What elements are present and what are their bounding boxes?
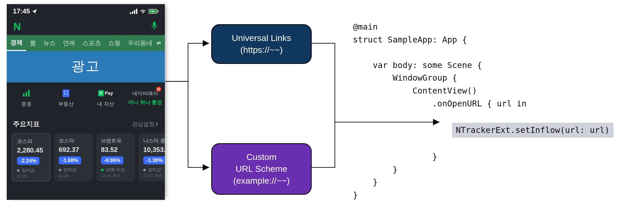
code-line: } (353, 165, 397, 174)
card-kosdaq[interactable]: 코스닥 692.37 -1.68% 장마감 12.28 (54, 133, 93, 181)
svg-rect-3 (136, 9, 137, 14)
quick-links-row: 증권 부동산 N Pay 내 자산 N 네이버페이 머니 하나 (7, 82, 165, 113)
svg-rect-10 (26, 92, 27, 97)
wifi-icon (140, 9, 146, 14)
index-change: -0.96% (101, 156, 123, 164)
index-value: 10,353.2 (143, 146, 165, 154)
code-line: @main (353, 22, 378, 32)
index-time: 12.27. 현지 (143, 173, 165, 178)
tabs-swap-button[interactable] (152, 35, 165, 51)
quick-myassets[interactable]: N Pay 내 자산 (86, 89, 126, 107)
universal-links-title: Universal Links (232, 32, 291, 44)
custom-url-scheme-box: Custom URL Scheme (example://~~) (211, 143, 312, 195)
building-icon (63, 89, 69, 97)
npay-badge: N (98, 90, 104, 96)
tab-entertainment[interactable]: 연예 (59, 39, 79, 47)
status-time: 17:45 (13, 7, 37, 15)
code-line: ContentView() (353, 86, 477, 96)
svg-rect-9 (23, 94, 24, 97)
index-name: 코스닥 (59, 137, 88, 144)
phone-screenshot: 17:45 N 경제 뿜 뉴스 연예 스포츠 쇼핑 우리동네 (7, 4, 165, 200)
svg-rect-1 (132, 11, 133, 14)
index-status: 장마감 (59, 167, 88, 173)
index-name: 나스닥 종합 (143, 137, 165, 144)
index-name: 코스피 (17, 138, 45, 145)
ad-banner[interactable]: 광고 (7, 51, 165, 82)
svg-rect-5 (158, 11, 158, 12)
code-line: struct SampleApp: App { (353, 35, 467, 45)
quick-stocks-label: 증권 (8, 100, 45, 107)
svg-point-16 (67, 94, 68, 95)
index-cards[interactable]: 코스피 2,280.45 -2.24% 장마감 12.28 코스닥 692.37… (7, 133, 165, 184)
universal-links-box: Universal Links (https://~~) (211, 24, 312, 64)
card-nasdaq[interactable]: 나스닥 종합 10,353.2 -1.38% 장마감 12.27. 현지 (139, 133, 165, 181)
notification-badge: N (156, 87, 161, 92)
code-line: WindowGroup { (353, 73, 457, 83)
quick-myassets-label: 내 자산 (87, 100, 124, 107)
key-indices-header: 주요지표 관심설정 (7, 113, 165, 133)
interest-settings-link[interactable]: 관심설정 (132, 120, 159, 128)
location-arrow-icon (32, 8, 37, 14)
svg-rect-7 (153, 22, 156, 27)
index-change: -1.38% (143, 156, 165, 164)
category-tabs[interactable]: 경제 뿜 뉴스 연예 스포츠 쇼핑 우리동네 (7, 35, 165, 51)
quick-realestate-label: 부동산 (47, 100, 85, 107)
app-header: N (7, 17, 165, 35)
svg-rect-12 (63, 89, 69, 97)
tab-sports[interactable]: 스포츠 (79, 39, 105, 47)
custom-url-title: Custom (246, 151, 276, 163)
index-value: 83.52 (101, 146, 130, 154)
svg-point-14 (67, 91, 68, 92)
code-line: } (353, 177, 378, 187)
cellular-icon (130, 9, 138, 14)
naver-logo[interactable]: N (13, 21, 20, 32)
index-status: 장마감 (143, 167, 165, 173)
tab-shopping[interactable]: 쇼핑 (105, 39, 124, 47)
code-line: .onOpenURL { url in (353, 99, 527, 108)
tab-economy[interactable]: 경제 (7, 35, 26, 51)
swap-icon (156, 40, 162, 46)
index-time: 12.28 (59, 173, 88, 178)
index-value: 692.37 (59, 146, 88, 154)
card-kospi[interactable]: 코스피 2,280.45 -2.24% 장마감 12.28 (12, 133, 50, 181)
quick-stocks[interactable]: 증권 (7, 89, 46, 107)
npay-text: Pay (105, 91, 113, 96)
tab-news[interactable]: 뉴스 (40, 39, 59, 47)
mic-icon (150, 22, 158, 31)
index-change: -1.68% (59, 156, 81, 164)
index-value: 2,280.45 (17, 146, 45, 154)
index-status: 10분 지연 (101, 167, 130, 173)
tab-local[interactable]: 우리동네 (124, 39, 156, 47)
stocks-icon (22, 90, 30, 97)
svg-rect-0 (130, 12, 131, 14)
battery-charging-icon (148, 9, 159, 14)
universal-links-scheme: (https://~~) (240, 44, 283, 56)
index-change: -2.24% (17, 157, 39, 165)
custom-url-scheme: (example://~~) (233, 175, 290, 187)
svg-point-15 (64, 94, 65, 95)
key-indices-title: 주요지표 (13, 120, 40, 129)
quick-naverpay[interactable]: N 네이버페이 머니 하나 통장 (125, 89, 165, 107)
code-highlight-setinflow: NTrackerExt.setInflow(url: url) (452, 123, 613, 138)
index-time: 12.28 (17, 174, 45, 178)
chevron-right-icon (156, 122, 159, 126)
naverpay-name: 네이버페이 (132, 90, 158, 97)
code-sample: @main struct SampleApp: App { var body: … (353, 21, 613, 201)
code-line: var body: some Scene { (353, 60, 482, 70)
card-brent[interactable]: 브렌트유 83.52 -0.96% 10분 지연 12.28. 현지 (96, 133, 135, 181)
custom-url-subtitle: URL Scheme (236, 163, 287, 175)
code-line: } (353, 190, 358, 200)
code-line: } (353, 152, 437, 162)
naverpay-subtitle: 머니 하나 통장 (126, 99, 164, 106)
status-bar: 17:45 (7, 4, 165, 17)
index-name: 브렌트유 (101, 137, 130, 144)
svg-point-13 (64, 91, 65, 92)
index-time: 12.28. 현지 (101, 173, 130, 178)
mic-button[interactable] (150, 22, 158, 32)
quick-realestate[interactable]: 부동산 (46, 89, 86, 107)
index-status: 장마감 (17, 167, 45, 173)
tab-bbum[interactable]: 뿜 (26, 39, 40, 47)
svg-rect-2 (134, 10, 135, 14)
